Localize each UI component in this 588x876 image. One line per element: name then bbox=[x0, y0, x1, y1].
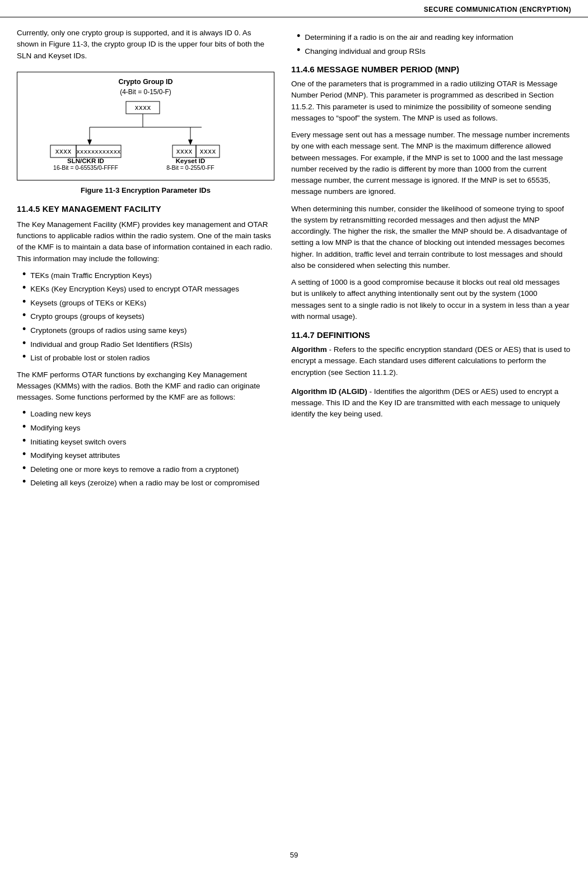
bullet-list-1: TEKs (main Traffic Encryption Keys) KEKs… bbox=[22, 270, 274, 364]
header-title: SECURE COMMUNICATION (ENCRYPTION) bbox=[424, 6, 571, 13]
def-term-algorithm: Algorithm bbox=[291, 345, 327, 354]
list-item: List of probable lost or stolen radios bbox=[22, 353, 274, 364]
section-11-4-6-para3: When determining this number, consider t… bbox=[291, 203, 571, 272]
diagram-svg: xxxx xxxx xxxxxxxxxxxx bbox=[39, 100, 252, 173]
list-item: Determining if a radio is on the air and… bbox=[297, 32, 571, 43]
def-connector-1: - bbox=[367, 387, 374, 396]
figure-title: Crypto Group ID bbox=[23, 78, 268, 86]
page-header: SECURE COMMUNICATION (ENCRYPTION) bbox=[0, 0, 588, 17]
right-column: Determining if a radio is on the air and… bbox=[291, 27, 571, 494]
svg-text:xxxxxxxxxxxx: xxxxxxxxxxxx bbox=[76, 148, 121, 155]
svg-text:xxxx: xxxx bbox=[135, 104, 151, 112]
left-column: Currently, only one crypto group is supp… bbox=[17, 27, 274, 494]
diagram-wrapper: xxxx xxxx xxxxxxxxxxxx bbox=[23, 100, 268, 173]
svg-text:xxxx: xxxx bbox=[55, 147, 72, 155]
list-item: Cryptonets (groups of radios using same … bbox=[22, 325, 274, 336]
svg-text:xxxx: xxxx bbox=[200, 147, 216, 155]
section-11-4-7-heading: 11.4.7 DEFINITIONS bbox=[291, 330, 571, 340]
definition-algorithm: Algorithm - Refers to the specific encry… bbox=[291, 344, 571, 378]
def-connector-0: - bbox=[327, 345, 334, 354]
list-item: Crypto groups (groups of keysets) bbox=[22, 311, 274, 322]
section-11-4-5-heading: 11.4.5 KEY MANAGEMENT FACILITY bbox=[17, 205, 274, 214]
figure-subtitle: (4-Bit = 0-15/0-F) bbox=[23, 88, 268, 96]
list-item: Modifying keyset attributes bbox=[22, 450, 274, 461]
list-item: Keysets (groups of TEKs or KEKs) bbox=[22, 298, 274, 309]
list-item: TEKs (main Traffic Encryption Keys) bbox=[22, 270, 274, 281]
figure-box: Crypto Group ID (4-Bit = 0-15/0-F) xxxx bbox=[17, 72, 274, 180]
svg-marker-5 bbox=[87, 140, 92, 145]
list-item: Loading new keys bbox=[22, 409, 274, 420]
svg-marker-7 bbox=[188, 140, 193, 145]
section-11-4-6-para4: A setting of 1000 is a good compromise b… bbox=[291, 277, 571, 322]
right-bullets-top: Determining if a radio is on the air and… bbox=[297, 32, 571, 57]
definition-algid: Algorithm ID (ALGID) - Identifies the al… bbox=[291, 386, 571, 420]
list-item: Deleting one or more keys to remove a ra… bbox=[22, 464, 274, 475]
svg-text:8-Bit = 0-255/0-FF: 8-Bit = 0-255/0-FF bbox=[166, 164, 214, 171]
section-11-4-6-para1: One of the parameters that is programmed… bbox=[291, 78, 571, 124]
section-11-4-6-heading: 11.4.6 MESSAGE NUMBER PERIOD (MNP) bbox=[291, 64, 571, 74]
list-item: Individual and group Radio Set Identifie… bbox=[22, 339, 274, 350]
list-item: Changing individual and group RSIs bbox=[297, 46, 571, 57]
svg-text:SLN/CKR ID: SLN/CKR ID bbox=[67, 157, 104, 164]
svg-text:16-Bit = 0-65535/0-FFFF: 16-Bit = 0-65535/0-FFFF bbox=[53, 164, 118, 171]
svg-text:Keyset ID: Keyset ID bbox=[176, 157, 205, 164]
figure-caption: Figure 11-3 Encryption Parameter IDs bbox=[17, 186, 274, 194]
svg-text:xxxx: xxxx bbox=[176, 147, 193, 155]
list-item: Modifying keys bbox=[22, 423, 274, 434]
def-term-algid: Algorithm ID (ALGID) bbox=[291, 387, 367, 396]
section-11-4-6-para2: Every message sent out has a message num… bbox=[291, 129, 571, 198]
list-item: Deleting all keys (zeroize) when a radio… bbox=[22, 478, 274, 489]
section-11-4-5-para2: The KMF performs OTAR functions by excha… bbox=[17, 369, 274, 404]
section-11-4-5-para1: The Key Management Facility (KMF) provid… bbox=[17, 219, 274, 265]
intro-paragraph: Currently, only one crypto group is supp… bbox=[17, 27, 274, 62]
list-item: Initiating keyset switch overs bbox=[22, 437, 274, 448]
bullet-list-2: Loading new keys Modifying keys Initiati… bbox=[22, 409, 274, 488]
page-number: 59 bbox=[290, 851, 298, 859]
list-item: KEKs (Key Encryption Keys) used to encry… bbox=[22, 284, 274, 295]
page-footer: 59 bbox=[0, 841, 588, 865]
